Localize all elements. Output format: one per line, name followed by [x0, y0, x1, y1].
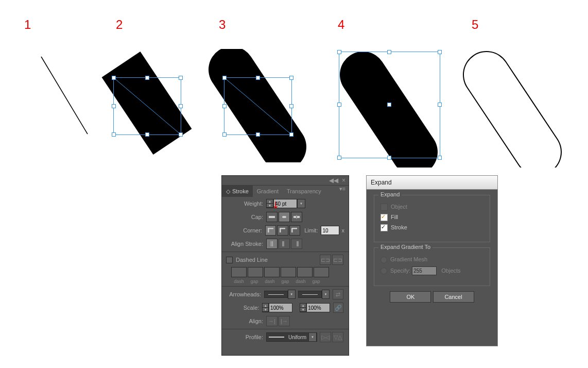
dash-col-label-2: dash: [262, 279, 278, 284]
cap-round-button[interactable]: [279, 212, 290, 222]
arrowheads-label: Arrowheads:: [226, 291, 264, 297]
profile-flip-x-button[interactable]: ▷◁: [320, 332, 331, 342]
expand-dialog-titlebar: Expand: [367, 176, 497, 190]
dashed-line-checkbox[interactable]: [226, 257, 233, 263]
step1-line: [26, 52, 98, 139]
step-number-4: 4: [338, 18, 344, 32]
arrow-align-tip-button[interactable]: →|: [266, 316, 278, 326]
step2-shape-area: [98, 49, 196, 157]
dash-align-corners-button[interactable]: ⊏⊐: [332, 255, 343, 265]
arrow-end-swatch[interactable]: [298, 291, 321, 298]
svg-rect-11: [296, 215, 297, 219]
step5-outline: [453, 49, 572, 168]
dash-col-label-3: dash: [293, 279, 308, 284]
profile-flip-y-button[interactable]: ▽△: [332, 332, 343, 342]
limit-input[interactable]: [321, 226, 339, 235]
svg-rect-8: [269, 216, 275, 218]
expand-dialog: Expand Expand Object Fill Stroke Expand …: [366, 175, 498, 346]
arrow-end-dropdown[interactable]: ▼: [322, 290, 330, 299]
svg-line-0: [41, 57, 88, 134]
gap1-input[interactable]: [248, 267, 263, 277]
align-stroke-outside-button[interactable]: [291, 239, 302, 249]
gradient-mesh-label: Gradient Mesh: [390, 256, 427, 262]
weight-dropdown[interactable]: ▼: [297, 199, 305, 208]
ok-button[interactable]: OK: [390, 291, 431, 303]
objects-label: Objects: [441, 267, 460, 274]
weight-label: Weight:: [226, 200, 266, 207]
tab-stroke-label: Stroke: [232, 188, 249, 194]
stroke-panel: ◀◀ × ◇ Stroke Gradient Transparency ▾≡ W…: [221, 175, 349, 356]
cap-label: Cap:: [226, 214, 266, 220]
svg-line-2: [114, 78, 181, 135]
arrow-swap-button[interactable]: ⇄: [333, 289, 343, 299]
fill-label: Fill: [391, 214, 398, 220]
arrow-start-swatch[interactable]: [264, 291, 287, 298]
corner-bevel-button[interactable]: [289, 225, 300, 236]
cap-projecting-button[interactable]: [291, 212, 302, 222]
corner-miter-button[interactable]: [265, 225, 276, 236]
tab-gradient[interactable]: Gradient: [253, 186, 283, 197]
specify-label: Specify:: [390, 267, 410, 274]
gradient-mesh-radio: [381, 257, 387, 263]
gap-col-label-2: gap: [278, 279, 293, 284]
limit-label: Limit:: [304, 227, 321, 233]
panel-collapse-icon[interactable]: ◀◀ ×: [222, 176, 349, 186]
svg-rect-15: [297, 241, 299, 246]
dash-align-preserve-button[interactable]: ⊏⊐: [320, 255, 331, 265]
object-label: Object: [391, 204, 407, 210]
dashed-line-label: Dashed Line: [236, 257, 268, 263]
arrow-start-dropdown[interactable]: ▼: [288, 290, 296, 299]
profile-value: Uniform: [286, 334, 308, 340]
step-number-1: 1: [24, 18, 31, 32]
expand-gradient-section-label: Expand Gradient To: [378, 244, 433, 250]
scale-end-stepper[interactable]: ▲▼: [300, 303, 306, 312]
profile-dropdown[interactable]: ▼: [308, 332, 317, 342]
scale-link-button[interactable]: 🔗: [333, 303, 343, 313]
align-stroke-label: Align Stroke:: [226, 241, 266, 247]
arrow-align-end-button[interactable]: |→: [279, 316, 290, 326]
dash2-input[interactable]: [264, 267, 280, 277]
dash1-input[interactable]: [231, 267, 247, 277]
gap2-input[interactable]: [281, 267, 296, 277]
svg-rect-9: [282, 216, 286, 218]
fill-checkbox[interactable]: [381, 214, 388, 221]
stroke-checkbox[interactable]: [381, 224, 388, 231]
align-stroke-inside-button[interactable]: [279, 239, 290, 249]
gap-col-label-1: gap: [247, 279, 262, 284]
svg-line-4: [224, 78, 291, 135]
step3-shape-area: [203, 49, 312, 162]
cancel-button[interactable]: Cancel: [433, 291, 474, 303]
limit-unit-label: x: [341, 227, 344, 233]
cap-butt-button[interactable]: [266, 212, 278, 222]
scale-label: Scale:: [226, 305, 262, 311]
step-number-5: 5: [472, 18, 478, 32]
specify-input: [412, 266, 437, 275]
specify-radio: [381, 267, 387, 274]
dash3-input[interactable]: [297, 267, 313, 277]
step-number-3: 3: [219, 18, 226, 32]
profile-label: Profile:: [226, 334, 266, 340]
dash-col-label-1: dash: [231, 279, 247, 284]
scale-end-input[interactable]: [306, 303, 330, 312]
expand-section-label: Expand: [378, 191, 402, 197]
align-stroke-center-button[interactable]: [266, 239, 278, 249]
tab-transparency[interactable]: Transparency: [283, 186, 325, 197]
gap-col-label-3: gap: [308, 279, 324, 284]
step4-shape-area: [330, 49, 448, 168]
object-checkbox: [381, 204, 388, 211]
align-label: Align:: [226, 318, 266, 324]
svg-rect-14: [282, 241, 284, 246]
tab-stroke[interactable]: ◇ Stroke: [222, 186, 253, 197]
step-number-2: 2: [116, 18, 123, 32]
corner-label: Corner:: [226, 227, 265, 233]
gap3-input[interactable]: [314, 267, 329, 277]
profile-preview-icon: [269, 337, 284, 338]
corner-round-button[interactable]: [277, 225, 288, 236]
scale-start-stepper[interactable]: ▲▼: [262, 303, 269, 312]
scale-start-input[interactable]: [269, 303, 292, 312]
stroke-label: Stroke: [391, 224, 407, 230]
